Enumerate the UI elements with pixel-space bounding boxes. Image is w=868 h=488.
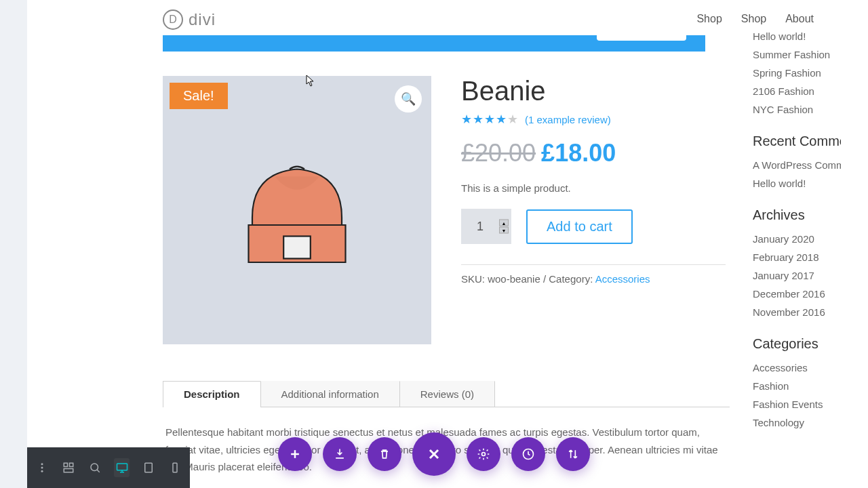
list-item[interactable]: Hello world! bbox=[753, 27, 841, 45]
notice-banner bbox=[163, 35, 705, 52]
product-image[interactable] bbox=[222, 136, 372, 285]
svg-rect-12 bbox=[145, 463, 153, 472]
editor-side-panel bbox=[0, 0, 27, 488]
current-price: £18.00 bbox=[541, 139, 616, 167]
banner-button[interactable] bbox=[597, 12, 686, 41]
nav-shop-2[interactable]: Shop bbox=[741, 13, 766, 25]
svg-rect-4 bbox=[64, 463, 67, 466]
star-icon: ★ bbox=[507, 112, 518, 127]
sidebar-heading-comments: Recent Comments bbox=[753, 134, 841, 149]
list-item[interactable]: Fashion Events bbox=[753, 395, 841, 413]
editor-bottom-bar bbox=[27, 447, 190, 488]
list-item[interactable]: Technology bbox=[753, 413, 841, 432]
product-title: Beanie bbox=[461, 76, 726, 106]
old-price: £20.00 bbox=[461, 139, 536, 167]
add-to-cart-button[interactable]: Add to cart bbox=[526, 209, 633, 244]
svg-rect-9 bbox=[117, 464, 127, 470]
star-icon: ★ bbox=[473, 112, 484, 127]
product-info: Beanie ★ ★ ★ ★ ★ (1 example review) £20.… bbox=[461, 76, 726, 344]
wireframe-icon[interactable] bbox=[60, 458, 76, 477]
svg-point-2 bbox=[41, 467, 43, 469]
delete-button[interactable] bbox=[368, 437, 401, 471]
menu-icon[interactable] bbox=[34, 458, 50, 477]
reviews-link[interactable]: (1 example review) bbox=[525, 114, 611, 125]
site-logo[interactable]: D divi bbox=[163, 9, 216, 30]
tab-reviews[interactable]: Reviews (0) bbox=[399, 381, 495, 407]
product-gallery: Sale! 🔍 bbox=[163, 76, 431, 344]
add-to-cart-form: ▲ ▼ Add to cart bbox=[461, 209, 726, 244]
price: £20.00 £18.00 bbox=[461, 139, 726, 167]
divider bbox=[461, 264, 726, 265]
list-item[interactable]: Accessories bbox=[753, 359, 841, 377]
quantity-spinner: ▲ ▼ bbox=[499, 220, 509, 234]
svg-line-8 bbox=[97, 470, 100, 472]
list-item[interactable]: January 2020 bbox=[753, 230, 841, 248]
list-item[interactable]: NYC Fashion bbox=[753, 100, 841, 119]
list-item[interactable]: December 2016 bbox=[753, 285, 841, 303]
tab-header: Description Additional information Revie… bbox=[163, 381, 730, 407]
star-icon: ★ bbox=[496, 112, 507, 127]
quantity-stepper[interactable]: ▲ ▼ bbox=[461, 209, 511, 244]
svg-point-7 bbox=[91, 464, 98, 471]
site-header: D divi Shop Shop About bbox=[27, 0, 841, 38]
logo-text: divi bbox=[189, 10, 216, 29]
list-item[interactable]: A WordPress Commenter on bbox=[753, 156, 841, 174]
close-editor-button[interactable] bbox=[412, 432, 456, 476]
sku-value: woo-beanie bbox=[488, 273, 540, 285]
tab-description[interactable]: Description bbox=[163, 381, 261, 407]
star-icon: ★ bbox=[461, 112, 472, 127]
history-button[interactable] bbox=[511, 437, 545, 471]
rating-row: ★ ★ ★ ★ ★ (1 example review) bbox=[461, 112, 726, 127]
save-button[interactable] bbox=[323, 437, 357, 471]
sidebar-heading-archives: Archives bbox=[753, 207, 841, 223]
sale-badge: Sale! bbox=[170, 83, 228, 109]
sku-label: SKU: bbox=[461, 273, 488, 285]
svg-rect-5 bbox=[69, 463, 73, 466]
list-item[interactable]: January 2017 bbox=[753, 266, 841, 285]
desktop-view-icon[interactable] bbox=[114, 458, 130, 477]
meta-separator: / bbox=[540, 273, 549, 285]
tab-additional-info[interactable]: Additional information bbox=[260, 381, 400, 407]
list-item[interactable]: Summer Fashion bbox=[753, 45, 841, 64]
list-item[interactable]: Fashion bbox=[753, 377, 841, 395]
nav-shop[interactable]: Shop bbox=[696, 13, 722, 25]
short-description: This is a simple product. bbox=[461, 182, 726, 194]
portability-button[interactable] bbox=[556, 437, 590, 471]
list-item[interactable]: 2106 Fashion bbox=[753, 82, 841, 100]
logo-mark: D bbox=[163, 9, 183, 30]
list-item[interactable]: February 2018 bbox=[753, 248, 841, 266]
settings-button[interactable] bbox=[467, 437, 500, 471]
svg-rect-0 bbox=[283, 237, 311, 259]
list-item[interactable]: Spring Fashion bbox=[753, 64, 841, 82]
category-label: Category: bbox=[549, 273, 595, 285]
sidebar: Hello world! Summer Fashion Spring Fashi… bbox=[753, 27, 841, 447]
svg-rect-6 bbox=[64, 469, 73, 472]
content-area: D divi Shop Shop About Sale! 🔍 Beanie bbox=[27, 0, 841, 488]
list-item[interactable]: Hello world! bbox=[753, 174, 841, 192]
add-button[interactable] bbox=[278, 437, 312, 471]
svg-point-3 bbox=[41, 470, 43, 472]
star-rating: ★ ★ ★ ★ ★ bbox=[461, 112, 518, 127]
nav-about[interactable]: About bbox=[785, 13, 814, 25]
editor-floating-toolbar bbox=[278, 432, 590, 476]
product-main: Sale! 🔍 Beanie ★ ★ ★ ★ ★ (1 ex bbox=[27, 54, 841, 344]
list-item[interactable]: November 2016 bbox=[753, 303, 841, 321]
sidebar-heading-categories: Categories bbox=[753, 336, 841, 352]
star-icon: ★ bbox=[484, 112, 495, 127]
category-link[interactable]: Accessories bbox=[595, 273, 650, 285]
qty-down-icon[interactable]: ▼ bbox=[499, 227, 509, 234]
zoom-icon[interactable]: 🔍 bbox=[395, 85, 422, 113]
svg-point-18 bbox=[482, 453, 486, 456]
tablet-view-icon[interactable] bbox=[140, 458, 156, 477]
svg-rect-13 bbox=[173, 463, 177, 472]
primary-nav: Shop Shop About bbox=[696, 13, 814, 25]
product-meta: SKU: woo-beanie / Category: Accessories bbox=[461, 273, 726, 285]
qty-up-icon[interactable]: ▲ bbox=[499, 220, 509, 226]
svg-point-1 bbox=[41, 463, 43, 465]
zoom-icon[interactable] bbox=[87, 458, 103, 477]
mobile-view-icon[interactable] bbox=[167, 458, 183, 477]
